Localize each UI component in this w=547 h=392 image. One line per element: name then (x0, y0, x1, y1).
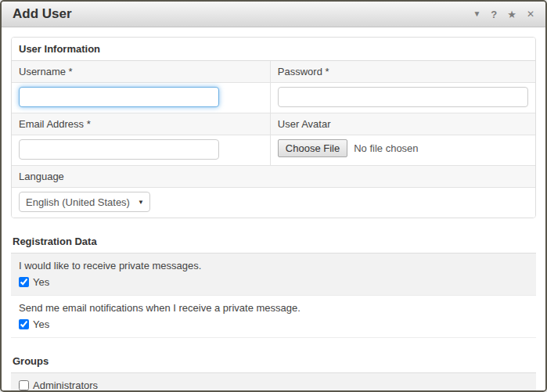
dialog-content: User Information Username * Password * E… (2, 27, 545, 392)
avatar-file-control: Choose File No file chosen (278, 139, 528, 157)
password-label: Password * (270, 61, 535, 82)
email-label: Email Address * (12, 113, 270, 135)
private-messages-text: I would like to receive private messages… (19, 260, 528, 272)
group-administrators-row: Administrators (11, 373, 536, 392)
email-notifications-text: Send me email notifications when I recei… (19, 302, 528, 314)
language-label-row: Language (12, 166, 535, 188)
user-information-header: User Information (12, 38, 535, 61)
email-notifications-checkbox[interactable] (19, 319, 29, 329)
star-icon[interactable]: ★ (507, 9, 516, 20)
choose-file-button[interactable]: Choose File (278, 139, 347, 157)
group-administrators-choice[interactable]: Administrators (19, 379, 528, 391)
dialog-title: Add User (13, 6, 72, 22)
chevron-down-icon[interactable]: ▼ (473, 10, 480, 18)
language-select[interactable]: English (United States) (19, 192, 150, 212)
groups-header: Groups (11, 351, 536, 373)
dialog-titlebar: Add User ▼ ? ★ ✕ (2, 2, 545, 27)
email-notifications-yes-label: Yes (33, 318, 49, 330)
user-information-table: User Information Username * Password * E… (11, 37, 536, 218)
email-avatar-labels-row: Email Address * User Avatar (12, 113, 535, 135)
close-icon[interactable]: ✕ (527, 9, 534, 19)
help-icon[interactable]: ? (491, 9, 497, 20)
group-administrators-label: Administrators (33, 379, 98, 391)
password-input[interactable] (278, 87, 528, 107)
email-notifications-choice[interactable]: Yes (19, 318, 528, 330)
user-avatar-label: User Avatar (270, 113, 535, 135)
language-label: Language (12, 166, 535, 187)
email-avatar-inputs-row: Choose File No file chosen (12, 135, 535, 166)
no-file-chosen-text: No file chosen (354, 142, 418, 154)
email-input[interactable] (19, 139, 219, 160)
private-messages-yes-label: Yes (33, 276, 49, 288)
registration-data-section: Registration Data I would like to receiv… (11, 232, 536, 338)
email-notifications-row: Send me email notifications when I recei… (11, 296, 536, 338)
username-label: Username * (12, 61, 270, 82)
username-password-inputs-row (12, 83, 535, 113)
language-select-row: English (United States) ▼ (12, 188, 535, 218)
group-administrators-checkbox[interactable] (19, 380, 29, 390)
private-messages-row: I would like to receive private messages… (11, 254, 536, 296)
language-select-wrap: English (United States) ▼ (19, 192, 150, 212)
registration-data-header: Registration Data (11, 232, 536, 254)
private-messages-choice[interactable]: Yes (19, 276, 528, 288)
receive-private-messages-checkbox[interactable] (19, 277, 29, 287)
titlebar-actions: ▼ ? ★ ✕ (473, 9, 534, 20)
add-user-dialog: Add User ▼ ? ★ ✕ User Information Userna… (0, 0, 547, 392)
username-input[interactable] (19, 87, 219, 107)
groups-section: Groups Administrators (11, 351, 536, 392)
username-password-labels-row: Username * Password * (12, 61, 535, 83)
